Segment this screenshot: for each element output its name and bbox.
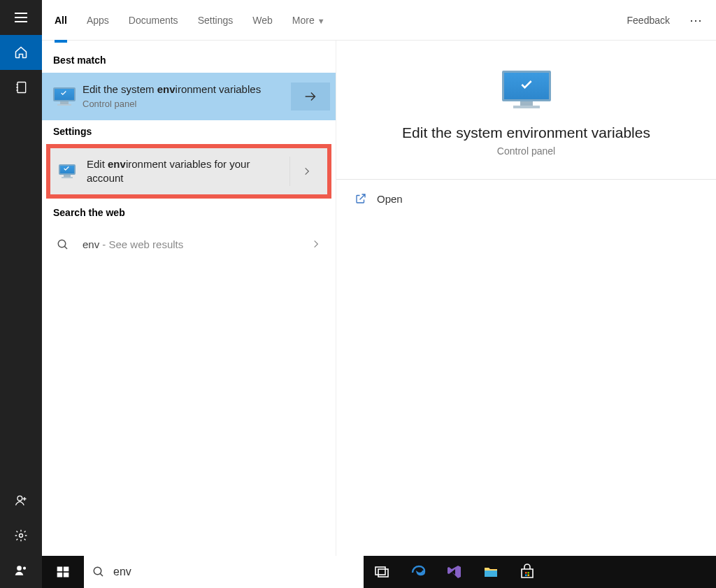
highlighted-settings-item: Edit environment variables for your acco… xyxy=(46,144,331,199)
svg-rect-11 xyxy=(375,567,385,575)
chevron-right-icon[interactable] xyxy=(289,157,323,186)
tab-web[interactable]: Web xyxy=(252,10,273,30)
svg-point-10 xyxy=(94,567,101,575)
more-options-button[interactable]: ⋯ xyxy=(689,13,703,28)
section-settings: Settings xyxy=(42,120,336,144)
settings-button[interactable] xyxy=(0,518,42,553)
svg-rect-8 xyxy=(57,573,63,578)
svg-rect-9 xyxy=(64,573,69,578)
edge-icon[interactable] xyxy=(400,556,436,588)
svg-point-5 xyxy=(58,240,66,248)
store-icon[interactable] xyxy=(509,556,545,588)
menu-button[interactable] xyxy=(0,0,42,35)
monitor-icon xyxy=(495,66,558,115)
svg-rect-14 xyxy=(528,572,530,574)
tab-apps[interactable]: Apps xyxy=(87,10,109,30)
chevron-down-icon: ▼ xyxy=(317,17,325,25)
feedback-link[interactable]: Feedback xyxy=(627,15,670,26)
taskbar-search[interactable] xyxy=(84,556,364,588)
svg-rect-15 xyxy=(525,575,527,577)
tab-documents[interactable]: Documents xyxy=(129,10,178,30)
start-button[interactable] xyxy=(42,556,84,588)
monitor-icon xyxy=(57,162,77,181)
file-explorer-icon[interactable] xyxy=(473,556,509,588)
open-action[interactable]: Open xyxy=(336,180,716,217)
open-icon xyxy=(355,192,367,205)
svg-point-4 xyxy=(23,567,26,570)
search-icon xyxy=(92,566,105,578)
preview-subtitle: Control panel xyxy=(497,145,555,157)
preview-pane: Edit the system environment variables Co… xyxy=(336,41,716,588)
search-input[interactable] xyxy=(112,565,355,579)
account-button[interactable] xyxy=(0,483,42,518)
svg-point-3 xyxy=(17,566,22,571)
task-view-button[interactable] xyxy=(364,556,400,588)
tab-more[interactable]: More▼ xyxy=(292,10,325,30)
tab-settings[interactable]: Settings xyxy=(198,10,234,30)
svg-rect-6 xyxy=(57,567,63,572)
tab-all[interactable]: All xyxy=(55,10,67,30)
filter-tabbar: All Apps Documents Settings Web More▼ Fe… xyxy=(42,0,716,41)
svg-point-1 xyxy=(17,496,22,501)
notebook-button[interactable] xyxy=(0,70,42,105)
settings-result-item[interactable]: Edit environment variables for your acco… xyxy=(50,148,327,194)
svg-rect-7 xyxy=(64,567,69,572)
visual-studio-icon[interactable] xyxy=(436,556,473,588)
web-result-item[interactable]: env - See web results xyxy=(42,225,336,264)
taskbar xyxy=(42,556,716,588)
svg-rect-0 xyxy=(17,83,26,93)
home-button[interactable] xyxy=(0,35,42,70)
people-button[interactable] xyxy=(0,553,42,588)
svg-rect-16 xyxy=(528,575,530,577)
svg-rect-12 xyxy=(378,569,388,577)
section-best-match: Best match xyxy=(42,49,336,73)
svg-rect-13 xyxy=(525,572,527,574)
best-match-sub: Control panel xyxy=(83,98,281,110)
svg-point-2 xyxy=(20,534,23,538)
search-icon xyxy=(53,235,73,254)
results-column: Best match Edit the system environment v… xyxy=(42,41,336,588)
best-match-item[interactable]: Edit the system environment variables Co… xyxy=(42,73,336,120)
left-sidebar xyxy=(0,0,42,588)
section-search-web: Search the web xyxy=(42,201,336,225)
expand-arrow-button[interactable] xyxy=(291,83,330,110)
chevron-right-icon[interactable] xyxy=(302,236,330,252)
preview-title: Edit the system environment variables xyxy=(402,124,650,141)
monitor-icon xyxy=(53,87,73,106)
